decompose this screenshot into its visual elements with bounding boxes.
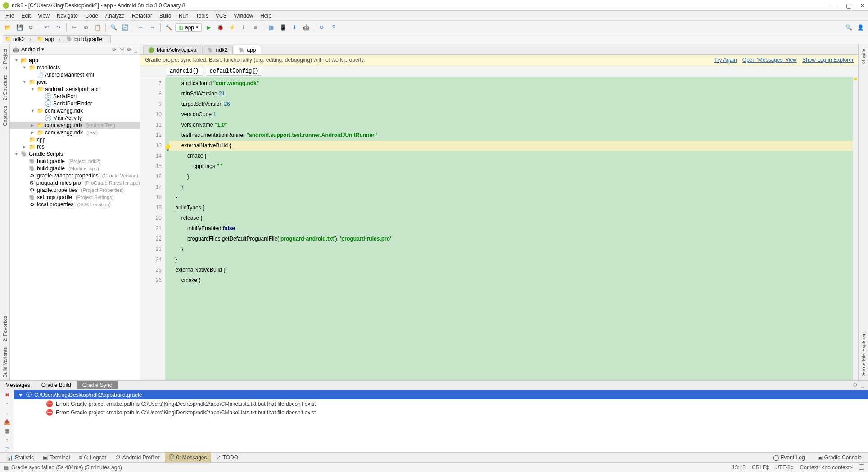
layout-inspector-icon[interactable]: ▦ [266,23,276,32]
bottom-tab[interactable]: ⓪0: Messages [165,452,211,463]
open-icon[interactable]: 📂 [3,23,13,32]
code-content[interactable]: applicationId "com.wangg.ndk" minSdkVers… [166,77,853,380]
intention-bulb-icon[interactable]: 💡 [164,143,172,153]
cut-icon[interactable]: ✂ [69,23,79,32]
messages-file-header[interactable]: ▼ⓘ C:\Users\King\Desktop\ndk2\app\build.… [14,390,868,399]
tool-window-device-file-explorer[interactable]: Device File Explorer [861,331,866,380]
tree-node[interactable]: ▶📁res [10,143,140,150]
bottom-tab-right[interactable]: ◯Event Log [769,454,809,462]
debug-icon[interactable]: 🐞 [215,23,225,32]
menu-file[interactable]: File [2,12,18,20]
attach-icon[interactable]: ⤓ [239,23,249,32]
bottom-tab[interactable]: 📊Statistic [3,454,37,462]
menu-refactor[interactable]: Refactor [128,12,156,20]
tree-node[interactable]: 📄AndroidManifest.xml [10,71,140,78]
messages-content[interactable]: ▼ⓘ C:\Users\King\Desktop\ndk2\app\build.… [14,390,868,452]
close-icon[interactable]: ✖ [5,392,9,398]
menu-tools[interactable]: Tools [192,12,212,20]
collapse-icon[interactable]: ⇲ [119,46,124,53]
stop-icon[interactable]: ■ [250,23,260,32]
code-editor[interactable]: 💡 7891011121314151617181920212223242526 … [140,77,858,380]
tree-node[interactable]: ▼📂app [10,57,140,64]
editor-crumb[interactable]: android{} [166,67,203,76]
tree-node[interactable]: ▶📁com.wangg.ndk(test) [10,129,140,136]
notice-link[interactable]: Open 'Messages' View [742,57,797,63]
forward-icon[interactable]: → [148,23,158,32]
hide-icon[interactable]: ⎯ [861,382,864,388]
expand-icon[interactable]: ↕ [6,437,9,443]
tree-node[interactable]: 🐘settings.gradle(Project Settings) [10,194,140,201]
editor-tab[interactable]: 🐘ndk2 [202,45,232,54]
filter-icon[interactable]: ▦ [5,428,9,434]
sync-gradle-icon[interactable]: ⟳ [317,23,327,32]
breadcrumb-item[interactable]: 📁ndk2 [3,35,35,43]
tool-window-captures[interactable]: Captures [2,103,8,129]
tree-node[interactable]: CSerialPortFinder [10,100,140,107]
lock-icon[interactable] [859,464,864,470]
messages-tab[interactable]: Gradle Sync [77,381,118,389]
sync-icon[interactable]: ⟳ [26,23,36,32]
export-icon[interactable]: 📤 [4,419,10,425]
editor-tab[interactable]: 🐘app [234,45,261,54]
overview-ruler[interactable] [853,77,858,380]
android-icon[interactable]: 🤖 [301,23,311,32]
find-icon[interactable]: 🔍 [108,23,118,32]
error-row[interactable]: ⛔Error: Gradle project cmake.path is C:\… [14,408,868,417]
menu-build[interactable]: Build [156,12,175,20]
menu-run[interactable]: Run [175,12,192,20]
tree-node[interactable]: ⚙local.properties(SDK Location) [10,201,140,208]
warning-marker[interactable] [854,78,857,80]
breadcrumb-item[interactable]: 📁app [35,35,64,43]
run-config-dropdown[interactable]: ▦ app ▾ [175,23,202,32]
bottom-tab[interactable]: ≡6: Logcat [75,454,109,462]
tree-node[interactable]: CMainActivity [10,114,140,122]
project-view-dropdown[interactable]: 🤖 Android ▾ [13,46,44,53]
bottom-tab[interactable]: ✓TODO [213,454,242,462]
help-icon[interactable]: ? [329,23,339,32]
status-segment[interactable]: Context: <no context> [800,464,853,471]
error-row[interactable]: ⛔Error: Gradle project cmake.path is C:\… [14,399,868,408]
tool-window----favorites[interactable]: 2: Favorites [2,313,8,344]
status-segment[interactable]: CRLF‡ [752,464,769,471]
notice-link[interactable]: Try Again [714,57,737,63]
bottom-tab[interactable]: ▣Terminal [39,454,73,462]
menu-vcs[interactable]: VCS [212,12,231,20]
tree-node[interactable]: ⚙gradle.properties(Project Properties) [10,186,140,194]
project-tree[interactable]: ▼📂app▼📁manifests📄AndroidManifest.xml▼📁ja… [10,55,140,380]
replace-icon[interactable]: 🔄 [120,23,130,32]
messages-tab[interactable]: Messages [0,381,36,389]
tree-node[interactable]: ⚙gradle-wrapper.properties(Gradle Versio… [10,172,140,179]
tree-node[interactable]: ▼🐘Gradle Scripts [10,150,140,158]
menu-help[interactable]: Help [257,12,275,20]
tree-node[interactable]: ▶📁com.wangg.ndk(androidTest) [10,122,140,129]
undo-icon[interactable]: ↶ [42,23,52,32]
profile-icon[interactable]: ⚡ [227,23,237,32]
bottom-tab-right[interactable]: ▣Gradle Console [814,454,865,462]
copy-icon[interactable]: ⧉ [81,23,91,32]
bottom-tab[interactable]: ⏱Android Profiler [112,454,163,462]
tool-window----project[interactable]: 1: Project [2,46,8,72]
menu-analyze[interactable]: Analyze [102,12,128,20]
tool-window-gradle[interactable]: Gradle [861,46,866,66]
status-sync-icon[interactable]: ▦ [4,464,9,471]
minimize-button[interactable]: — [832,2,838,9]
user-icon[interactable]: 👤 [855,23,865,32]
editor-tab[interactable]: 🟢MainActivity.java [143,45,201,54]
prev-icon[interactable]: ↑ [6,401,9,407]
back-icon[interactable]: ← [136,23,146,32]
tool-window-build-variants[interactable]: Build Variants [2,345,8,380]
sdk-icon[interactable]: ⬇ [289,23,299,32]
tree-node[interactable]: ▼📁com.wangg.ndk [10,107,140,114]
run-icon[interactable]: ▶ [203,23,213,32]
tree-node[interactable]: 🐘build.gradle(Project: ndk2) [10,158,140,165]
menu-window[interactable]: Window [230,12,257,20]
editor-crumb[interactable]: defaultConfig{} [206,67,262,76]
help-icon[interactable]: ? [5,446,9,452]
messages-tab[interactable]: Gradle Build [36,381,77,389]
status-segment[interactable]: 13:18 [732,464,746,471]
tree-node[interactable]: ▼📁manifests [10,64,140,71]
save-icon[interactable]: 💾 [14,23,24,32]
breadcrumb-item[interactable]: 🐘build.gradle [64,35,111,43]
tree-node[interactable]: 🐘build.gradle(Module: app) [10,165,140,172]
maximize-button[interactable]: ▢ [846,2,852,9]
